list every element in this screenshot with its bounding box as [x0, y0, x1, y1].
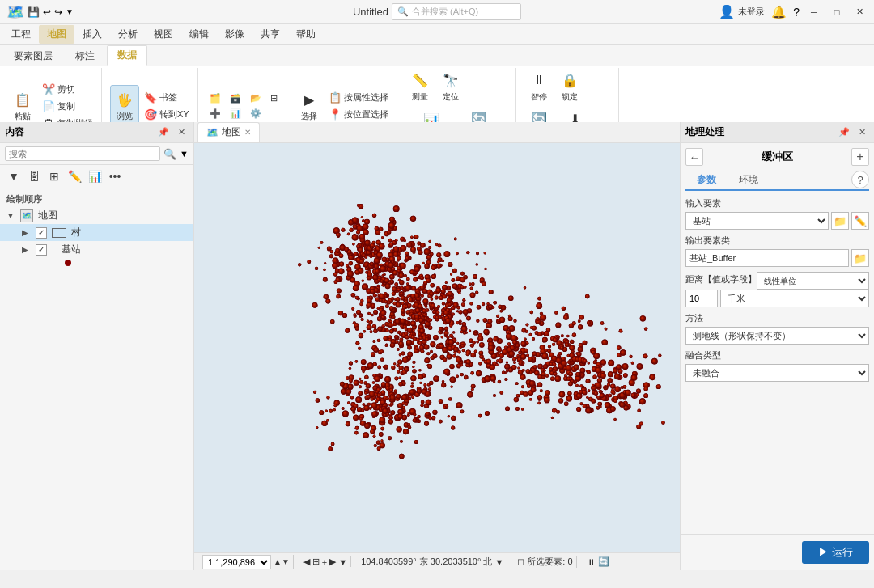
ribbon-btn-selectattr[interactable]: 📋 按属性选择 [325, 90, 392, 106]
geo-add-button[interactable]: + [851, 148, 869, 166]
ribbon-btn-pause[interactable]: ⏸ 智停 [524, 68, 554, 105]
right-panel-pin[interactable]: 📌 [837, 125, 851, 140]
quick-access-redo[interactable]: ↪ [54, 6, 62, 18]
ribbon-tab-data[interactable]: 数据 [107, 45, 147, 66]
method-group: 方法 测地线（形状保持不变） [685, 312, 869, 345]
right-panel-close[interactable]: ✕ [855, 125, 869, 140]
refresh-status-icon[interactable]: 🔄 [598, 556, 609, 567]
ribbon-btn-select[interactable]: ▶ 选择 [295, 85, 324, 127]
nav-icon-4[interactable]: ▶ [329, 556, 336, 567]
left-panel-pin[interactable]: 📌 [156, 125, 171, 140]
map-expand-icon[interactable]: ▼ [6, 211, 18, 220]
output-features-label: 输出要素类 [685, 235, 869, 247]
filter-icon[interactable]: ▼ [5, 167, 23, 185]
pause-status-icon[interactable]: ⏸ [587, 557, 596, 567]
notification-icon[interactable]: 🔔 [771, 5, 787, 19]
pencil-icon[interactable]: ✏️ [66, 167, 83, 185]
maximize-button[interactable]: □ [829, 6, 845, 19]
quick-access-more[interactable]: ▼ [66, 7, 74, 16]
ribbon-btn-cut[interactable]: ✂️ 剪切 [39, 81, 96, 97]
more-icon[interactable]: ••• [106, 167, 124, 185]
help-icon[interactable]: ? [793, 6, 800, 19]
ribbon-btn-layer3[interactable]: 📂 [247, 91, 265, 105]
browse-icon: 🖐️ [115, 90, 134, 109]
ribbon-btn-layer1[interactable]: 🗂️ [206, 91, 224, 105]
dissolve-select[interactable]: 未融合 [685, 364, 869, 382]
scale-dropdown-icon[interactable]: ▲▼ [274, 557, 290, 566]
village-expand-icon[interactable]: ▶ [22, 228, 33, 237]
ribbon-btn-gotoxy[interactable]: 🎯 转到XY [141, 107, 193, 123]
ribbon-btn-locate[interactable]: 🔭 定位 [436, 68, 465, 105]
geo-back-button[interactable]: ← [685, 148, 703, 166]
distance-label: 距离【值或字段】 [685, 273, 757, 286]
measure-icon: 📏 [410, 70, 430, 90]
ribbon-btn-layer5[interactable]: ➕ [206, 107, 224, 121]
map-tab-close[interactable]: ✕ [244, 128, 251, 137]
ribbon-btn-bookmark[interactable]: 🔖 书签 [141, 90, 193, 106]
close-button[interactable]: ✕ [851, 6, 868, 19]
left-panel-close[interactable]: ✕ [174, 125, 189, 140]
ribbon-tab-label[interactable]: 标注 [65, 46, 105, 66]
minimize-button[interactable]: ─ [806, 6, 822, 19]
ribbon-btn-paste[interactable]: 📋 粘贴 [8, 85, 37, 127]
tree-item-map[interactable]: ▼ 🗺️ 地图 [0, 207, 193, 224]
geo-tab-params[interactable]: 参数 [685, 171, 728, 191]
nav-icon-2[interactable]: ⊞ [312, 556, 320, 567]
geo-help-button[interactable]: ? [851, 171, 869, 188]
nav-icon-5[interactable]: ▼ [338, 557, 347, 567]
station-expand-icon[interactable]: ▶ [22, 245, 33, 254]
station-checkbox[interactable]: ✓ [36, 244, 47, 256]
ribbon-btn-lock[interactable]: 🔒 锁定 [555, 68, 584, 105]
menu-help[interactable]: 帮助 [288, 25, 324, 44]
menu-project[interactable]: 工程 [3, 25, 39, 44]
nav-icon-3[interactable]: + [322, 557, 327, 567]
menu-share[interactable]: 共享 [252, 25, 288, 44]
menu-imagery[interactable]: 影像 [217, 25, 252, 44]
contents-search-icon[interactable]: 🔍 [163, 148, 176, 160]
ribbon-btn-selectloc[interactable]: 📍 按位置选择 [325, 107, 392, 123]
distance-type-select[interactable]: 线性单位 [757, 272, 869, 290]
menu-insert[interactable]: 插入 [74, 25, 110, 44]
contents-search-input[interactable] [5, 146, 160, 161]
grid-icon[interactable]: 📊 [86, 167, 104, 185]
ribbon-btn-layer6[interactable]: 📊 [227, 107, 244, 121]
village-checkbox[interactable]: ✓ [36, 227, 47, 239]
menu-edit[interactable]: 编辑 [181, 25, 217, 44]
output-features-input[interactable] [685, 249, 849, 267]
quick-access-undo[interactable]: ↩ [43, 6, 51, 18]
menu-view[interactable]: 视图 [146, 25, 181, 44]
global-search-box[interactable]: 🔍 合并搜索 (Alt+Q) [392, 3, 521, 20]
output-features-folder[interactable]: 📁 [851, 249, 869, 267]
menu-map[interactable]: 地图 [39, 25, 74, 44]
quick-access-save[interactable]: 💾 [28, 6, 40, 18]
ribbon-tab-features[interactable]: 要素图层 [3, 46, 63, 66]
menu-analysis[interactable]: 分析 [110, 25, 146, 44]
ribbon-btn-layer2[interactable]: 🗃️ [227, 91, 244, 105]
ribbon-btn-layer7[interactable]: ⚙️ [247, 107, 265, 121]
ribbon-btn-layer4[interactable]: ⊞ [267, 91, 281, 105]
station-icon-spacer [49, 246, 57, 254]
title-center: Untitled 🔍 合并搜索 (Alt+Q) [353, 3, 521, 20]
run-bar: ▶ 运行 [681, 534, 874, 570]
input-features-edit[interactable]: ✏️ [851, 212, 869, 230]
geo-tab-env[interactable]: 环境 [728, 171, 770, 189]
ribbon-btn-measure[interactable]: 📏 测量 [405, 68, 435, 105]
input-features-folder[interactable]: 📁 [831, 212, 849, 230]
run-button[interactable]: ▶ 运行 [802, 541, 869, 564]
distance-unit-select[interactable]: 千米 [720, 290, 869, 307]
scale-select[interactable]: 1:1,290,896 [202, 555, 271, 569]
method-select[interactable]: 测地线（形状保持不变） [685, 327, 869, 345]
table-icon[interactable]: ⊞ [45, 167, 63, 185]
nav-icon-1[interactable]: ◀ [303, 556, 310, 567]
input-features-select[interactable]: 基站 [685, 212, 829, 230]
map-container[interactable] [194, 143, 680, 552]
distance-value-input[interactable] [685, 290, 718, 307]
tree-item-village[interactable]: ▶ ✓ 村 [0, 224, 193, 241]
ribbon-btn-copy[interactable]: 📄 复制 [39, 98, 96, 114]
database-icon[interactable]: 🗄 [25, 167, 43, 185]
contents-search-dropdown[interactable]: ▼ [180, 149, 189, 159]
tree-item-station[interactable]: ▶ ✓ 基站 [0, 241, 193, 258]
user-label: 未登录 [738, 6, 765, 18]
ribbon-btn-browse[interactable]: 🖐️ 浏览 [110, 85, 139, 127]
map-tab-main[interactable]: 🗺️ 地图 ✕ [197, 122, 260, 142]
